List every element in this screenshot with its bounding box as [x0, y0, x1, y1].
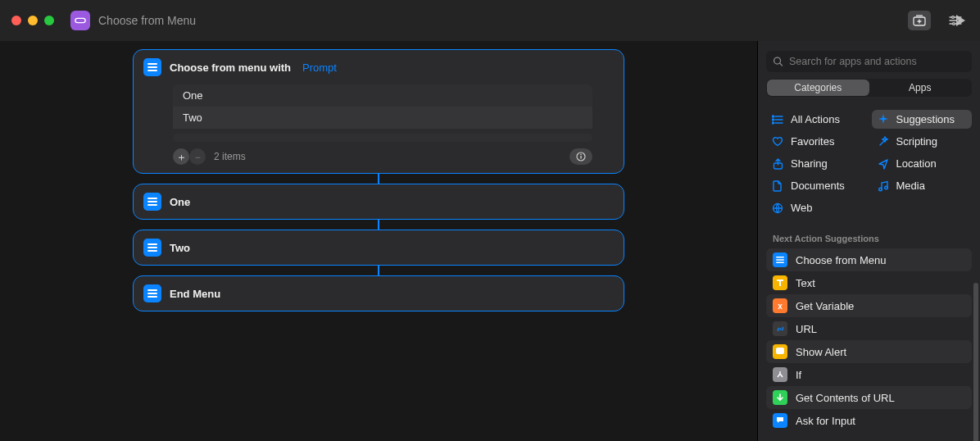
svg-point-26 [879, 188, 882, 191]
svg-rect-32 [776, 348, 784, 354]
suggestion-get-variable[interactable]: xGet Variable [766, 294, 972, 317]
branch-two[interactable]: Two [133, 230, 624, 266]
suggestion-choose-from-menu[interactable]: Choose from Menu [766, 248, 972, 271]
alert-icon [773, 344, 787, 359]
menu-icon [143, 239, 161, 257]
connector-line [378, 220, 379, 230]
workflow-canvas[interactable]: Choose from menu with Prompt One Two ＋ －… [0, 41, 757, 441]
svg-rect-15 [147, 293, 157, 294]
zoom-window-button[interactable] [44, 16, 54, 25]
suggestion-ask-for-input[interactable]: Ask for Input [766, 409, 972, 432]
category-label: Favorites [791, 135, 834, 148]
end-menu-label: End Menu [170, 288, 220, 300]
library-segmented-control: Categories Apps [766, 79, 972, 97]
svg-rect-29 [776, 257, 784, 258]
suggestion-text[interactable]: Text [766, 271, 972, 294]
music-icon [877, 180, 890, 192]
svg-point-18 [952, 16, 955, 19]
doc-icon [771, 180, 784, 192]
var-icon: x [773, 298, 787, 313]
menu-icon [143, 193, 161, 211]
prompt-token[interactable]: Prompt [302, 61, 337, 74]
svg-rect-11 [147, 243, 157, 245]
category-documents[interactable]: Documents [766, 176, 867, 195]
svg-rect-13 [147, 250, 157, 252]
menu-option-row[interactable]: Two [173, 107, 592, 129]
svg-rect-31 [776, 261, 784, 263]
svg-rect-2 [147, 63, 157, 65]
category-suggestions[interactable]: Suggestions [872, 110, 973, 129]
chat-icon [773, 413, 787, 428]
connector-line [378, 266, 379, 275]
suggestion-label: Text [796, 277, 815, 289]
info-button[interactable] [569, 148, 592, 165]
remove-option-button[interactable]: － [189, 148, 206, 165]
suggestion-label: Get Variable [796, 300, 854, 312]
category-label: Web [791, 202, 813, 214]
window-controls [11, 16, 54, 25]
suggestion-url[interactable]: URL [766, 317, 972, 340]
svg-point-27 [885, 186, 888, 189]
link-icon [773, 321, 787, 336]
svg-point-7 [580, 154, 582, 156]
action-choose-from-menu[interactable]: Choose from menu with Prompt One Two ＋ －… [133, 49, 624, 174]
wand-icon [877, 136, 890, 148]
svg-rect-12 [147, 247, 157, 248]
svg-point-19 [957, 20, 960, 22]
sidebar-scrollbar[interactable] [973, 283, 978, 441]
category-scripting[interactable]: Scripting [872, 132, 973, 151]
suggestion-label: Choose from Menu [796, 254, 887, 266]
search-icon [773, 57, 783, 67]
category-location[interactable]: Location [872, 154, 973, 173]
menu-icon [143, 58, 161, 76]
menu-option-row[interactable]: One [173, 84, 592, 107]
segment-apps[interactable]: Apps [869, 80, 972, 96]
svg-rect-10 [147, 204, 157, 206]
suggestion-get-contents-of-url[interactable]: Get Contents of URL [766, 386, 972, 409]
suggestion-label: Get Contents of URL [796, 392, 895, 404]
svg-rect-30 [776, 259, 784, 261]
svg-rect-3 [147, 66, 157, 68]
suggestion-show-alert[interactable]: Show Alert [766, 340, 972, 363]
category-media[interactable]: Media [872, 176, 973, 195]
category-sharing[interactable]: Sharing [766, 154, 867, 173]
menu-icon [773, 252, 787, 267]
branch-one[interactable]: One [133, 184, 624, 220]
connector-line [378, 174, 379, 184]
svg-rect-8 [147, 198, 157, 199]
menu-option-placeholder [173, 134, 592, 142]
suggestion-label: Ask for Input [796, 415, 855, 427]
shortcut-app-icon [70, 11, 90, 30]
text-icon [773, 275, 787, 290]
svg-rect-0 [75, 18, 85, 22]
add-option-button[interactable]: ＋ [173, 148, 189, 165]
svg-rect-9 [147, 201, 157, 202]
heart-icon [771, 136, 784, 147]
category-label: Suggestions [896, 113, 955, 125]
minimize-window-button[interactable] [28, 16, 38, 25]
close-window-button[interactable] [11, 16, 21, 25]
category-all-actions[interactable]: All Actions [766, 110, 867, 129]
svg-point-24 [773, 122, 774, 124]
globe-icon [771, 202, 784, 214]
end-menu-block[interactable]: End Menu [133, 275, 624, 311]
settings-sliders-icon[interactable] [944, 11, 967, 30]
segment-categories[interactable]: Categories [767, 80, 869, 96]
category-favorites[interactable]: Favorites [766, 132, 867, 151]
actions-sidebar: Categories Apps All ActionsSuggestionsFa… [757, 41, 980, 441]
category-web[interactable]: Web [766, 198, 867, 217]
svg-rect-4 [147, 70, 157, 71]
menu-icon [143, 284, 161, 302]
category-label: All Actions [791, 113, 840, 125]
down-icon [773, 390, 787, 405]
suggestion-if[interactable]: If [766, 363, 972, 386]
category-label: Location [896, 157, 937, 170]
library-tab-icon[interactable] [908, 11, 931, 30]
category-label: Scripting [896, 135, 938, 148]
share-icon [771, 158, 784, 170]
category-label: Sharing [791, 157, 828, 170]
search-input[interactable] [766, 51, 972, 72]
svg-point-20 [953, 23, 955, 25]
action-title: Choose from menu with [170, 61, 291, 74]
branch-label: One [170, 196, 190, 208]
